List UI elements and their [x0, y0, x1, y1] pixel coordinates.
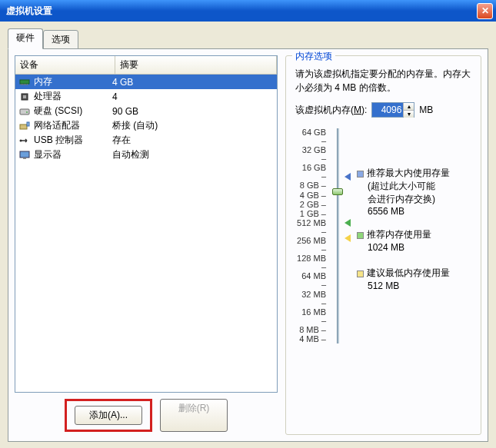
legend-max: 推荐最大内使用存量 (超过此大小可能 会进行内存交换) 6556 MB [357, 167, 450, 218]
cpu-icon [18, 91, 31, 102]
display-icon [18, 150, 31, 161]
usb-icon [18, 135, 31, 146]
titlebar: 虚拟机设置 ✕ [0, 0, 496, 22]
memory-unit: MB [419, 105, 433, 115]
memory-slider-area: 64 GB –32 GB –16 GB –8 GB –4 GB –2 GB –1… [295, 128, 474, 359]
legend-rec-value: 1024 MB [368, 241, 431, 254]
tick-label: 64 MB – [295, 272, 326, 289]
legend-max-value: 6556 MB [368, 205, 450, 218]
hardware-row[interactable]: 显示器自动检测 [15, 148, 277, 162]
spinner-arrows: ▲ ▼ [403, 103, 414, 117]
device-summary: 4 GB [112, 77, 274, 88]
tick-label: 8 GB – [295, 181, 326, 190]
network-icon [18, 121, 31, 131]
disk-icon [18, 106, 31, 117]
svg-rect-0 [20, 80, 29, 84]
memory-label: 该虚拟机内存(M): [295, 104, 367, 117]
col-summary[interactable]: 摘要 [115, 56, 277, 74]
dialog-footer: 确定 取消 帮助 [8, 442, 488, 448]
hardware-list-column: 设备 摘要 内存4 GB处理器4硬盘 (SCSI)90 GB网络适配器桥接 (自… [15, 55, 278, 435]
memory-input[interactable] [372, 103, 403, 117]
device-name: 显示器 [34, 148, 62, 161]
svg-rect-7 [23, 95, 26, 98]
slider-ticks: 64 GB –32 GB –16 GB –8 GB –4 GB –2 GB –1… [295, 128, 331, 343]
hardware-row[interactable]: 处理器4 [15, 89, 277, 104]
legend-min: 建议最低内存使用量 512 MB [357, 267, 450, 293]
tab-strip: 硬件 选项 [8, 28, 488, 49]
tick-label: 8 MB – [295, 326, 326, 334]
memory-desc: 请为该虚拟机指定要分配的内存量。内存大小必须为 4 MB 的倍数。 [295, 67, 471, 95]
tick-label: 256 MB – [295, 237, 326, 254]
svg-rect-3 [24, 84, 25, 85]
col-device[interactable]: 设备 [15, 56, 115, 74]
svg-rect-13 [20, 151, 29, 158]
tab-panel-hardware: 设备 摘要 内存4 GB处理器4硬盘 (SCSI)90 GB网络适配器桥接 (自… [8, 48, 488, 442]
svg-rect-5 [27, 84, 28, 85]
device-summary: 自动检测 [112, 148, 274, 161]
legend-min-value: 512 MB [368, 280, 450, 293]
memory-panel-column: 内存选项 请为该虚拟机指定要分配的内存量。内存大小必须为 4 MB 的倍数。 该… [285, 55, 481, 435]
window-title: 虚拟机设置 [6, 5, 477, 18]
remove-button: 删除(R) [160, 399, 228, 432]
svg-rect-8 [20, 109, 29, 114]
slider-thumb[interactable] [332, 188, 343, 195]
memory-input-row: 该虚拟机内存(M): ▲ ▼ MB [295, 102, 471, 118]
dialog-body: 硬件 选项 设备 摘要 内存4 GB处理器4硬盘 (SCSI)90 GB网络适配… [0, 22, 496, 448]
tick-label: 32 MB – [295, 290, 326, 307]
close-icon: ✕ [481, 5, 489, 16]
list-buttons: 添加(A)... 删除(R) [15, 399, 278, 435]
square-green-icon [357, 232, 364, 239]
hardware-row[interactable]: 硬盘 (SCSI)90 GB [15, 104, 277, 118]
device-name: USB 控制器 [34, 134, 83, 147]
tick-label: 16 MB – [295, 308, 326, 325]
device-name: 内存 [34, 75, 52, 88]
add-button-highlight: 添加(A)... [65, 399, 152, 432]
device-name: 硬盘 (SCSI) [34, 105, 82, 118]
hardware-list[interactable]: 设备 摘要 内存4 GB处理器4硬盘 (SCSI)90 GB网络适配器桥接 (自… [15, 55, 278, 393]
hardware-list-header: 设备 摘要 [15, 56, 277, 75]
tick-label: 4 GB – [295, 191, 326, 200]
svg-rect-14 [23, 158, 26, 159]
slider-track-col [331, 128, 345, 343]
square-yellow-icon [357, 270, 364, 277]
tick-label: 64 GB – [295, 128, 326, 145]
svg-rect-11 [27, 122, 29, 126]
spinner-up-icon[interactable]: ▲ [404, 103, 414, 111]
tick-label: 4 MB – [295, 335, 326, 343]
tick-label: 512 MB – [295, 219, 326, 236]
svg-point-12 [20, 139, 22, 141]
device-summary: 桥接 (自动) [112, 119, 274, 132]
svg-rect-4 [25, 84, 26, 85]
legend-rec: 推荐内存使用量 1024 MB [357, 228, 431, 254]
tick-label: 32 GB – [295, 146, 326, 163]
memory-spinner[interactable]: ▲ ▼ [371, 102, 414, 118]
memory-options-legend: 内存选项 [292, 50, 335, 63]
add-button[interactable]: 添加(A)... [75, 406, 142, 425]
memory-icon [18, 77, 31, 88]
device-summary: 90 GB [112, 106, 274, 117]
square-blue-icon [357, 171, 364, 178]
tick-label: 2 GB – [295, 201, 326, 209]
tab-options[interactable]: 选项 [43, 30, 78, 49]
tab-hardware[interactable]: 硬件 [8, 28, 43, 49]
tick-label: 1 GB – [295, 210, 326, 218]
hardware-row[interactable]: 网络适配器桥接 (自动) [15, 118, 277, 133]
hardware-row[interactable]: 内存4 GB [15, 75, 277, 89]
slider-track[interactable] [337, 128, 339, 343]
svg-rect-1 [21, 84, 22, 85]
device-summary: 存在 [112, 134, 274, 147]
device-name: 处理器 [34, 90, 62, 103]
hardware-row[interactable]: USB 控制器存在 [15, 133, 277, 148]
slider-legend-col: 推荐最大内使用存量 (超过此大小可能 会进行内存交换) 6556 MB 推荐内存… [345, 128, 474, 359]
tick-label: 128 MB – [295, 254, 326, 271]
close-button[interactable]: ✕ [477, 3, 493, 19]
svg-point-9 [26, 111, 28, 113]
svg-rect-10 [20, 124, 27, 129]
svg-rect-2 [22, 84, 23, 85]
device-summary: 4 [112, 91, 274, 102]
tick-label: 16 GB – [295, 164, 326, 181]
memory-options-group: 内存选项 请为该虚拟机指定要分配的内存量。内存大小必须为 4 MB 的倍数。 该… [285, 55, 481, 435]
device-name: 网络适配器 [34, 119, 80, 132]
spinner-down-icon[interactable]: ▼ [404, 111, 414, 118]
